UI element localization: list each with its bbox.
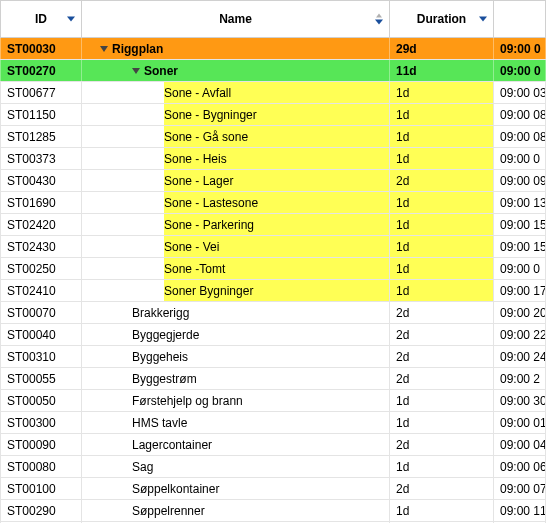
cell-extra[interactable]: 09:00 2: [494, 368, 546, 389]
cell-name[interactable]: Sone - Parkering: [82, 214, 390, 235]
cell-duration[interactable]: 1d: [390, 456, 494, 477]
cell-name[interactable]: Førstehjelp og brann: [82, 390, 390, 411]
cell-name[interactable]: Sone - Lastesone: [82, 192, 390, 213]
table-row[interactable]: ST02410Soner Bygninger1d09:00 17: [0, 280, 546, 302]
cell-extra[interactable]: 09:00 0: [494, 60, 546, 81]
cell-id[interactable]: ST00050: [0, 390, 82, 411]
cell-id[interactable]: ST00030: [0, 38, 82, 59]
cell-name[interactable]: Riggplan: [82, 38, 390, 59]
cell-duration[interactable]: 1d: [390, 214, 494, 235]
cell-extra[interactable]: 09:00 08: [494, 104, 546, 125]
cell-extra[interactable]: 09:00 01: [494, 412, 546, 433]
table-row[interactable]: ST00050Førstehjelp og brann1d09:00 30: [0, 390, 546, 412]
cell-name[interactable]: Soner Bygninger: [82, 280, 390, 301]
table-row[interactable]: ST00040Byggegjerde2d09:00 22: [0, 324, 546, 346]
table-row[interactable]: ST00290Søppelrenner1d09:00 11: [0, 500, 546, 522]
cell-extra[interactable]: 09:00 15: [494, 236, 546, 257]
table-row[interactable]: ST00300HMS tavle1d09:00 01: [0, 412, 546, 434]
cell-name[interactable]: Sone - Bygninger: [82, 104, 390, 125]
table-row[interactable]: ST00373Sone - Heis1d09:00 0: [0, 148, 546, 170]
cell-duration[interactable]: 2d: [390, 478, 494, 499]
cell-extra[interactable]: 09:00 06: [494, 456, 546, 477]
cell-name[interactable]: Sag: [82, 456, 390, 477]
table-row[interactable]: ST00070Brakkerigg2d09:00 20: [0, 302, 546, 324]
cell-name[interactable]: Søppelrenner: [82, 500, 390, 521]
table-row[interactable]: ST01285Sone - Gå sone1d09:00 08: [0, 126, 546, 148]
table-row[interactable]: ST00250Sone -Tomt1d09:00 0: [0, 258, 546, 280]
cell-duration[interactable]: 1d: [390, 192, 494, 213]
cell-id[interactable]: ST00040: [0, 324, 82, 345]
cell-extra[interactable]: 09:00 04: [494, 434, 546, 455]
cell-id[interactable]: ST00290: [0, 500, 82, 521]
cell-id[interactable]: ST01285: [0, 126, 82, 147]
cell-duration[interactable]: 2d: [390, 302, 494, 323]
cell-duration[interactable]: 1d: [390, 236, 494, 257]
cell-id[interactable]: ST00090: [0, 434, 82, 455]
cell-extra[interactable]: 09:00 07: [494, 478, 546, 499]
cell-id[interactable]: ST00055: [0, 368, 82, 389]
cell-duration[interactable]: 1d: [390, 500, 494, 521]
sort-icon[interactable]: [375, 14, 383, 25]
header-id[interactable]: ID: [0, 1, 82, 37]
table-row[interactable]: ST00430Sone - Lager2d09:00 09: [0, 170, 546, 192]
table-row[interactable]: ST00100Søppelkontainer2d09:00 07: [0, 478, 546, 500]
cell-name[interactable]: Soner: [82, 60, 390, 81]
cell-id[interactable]: ST00300: [0, 412, 82, 433]
cell-duration[interactable]: 1d: [390, 104, 494, 125]
cell-extra[interactable]: 09:00 13: [494, 192, 546, 213]
cell-id[interactable]: ST01690: [0, 192, 82, 213]
header-name[interactable]: Name: [82, 1, 390, 37]
cell-id[interactable]: ST00373: [0, 148, 82, 169]
cell-duration[interactable]: 1d: [390, 126, 494, 147]
cell-id[interactable]: ST00310: [0, 346, 82, 367]
cell-duration[interactable]: 2d: [390, 346, 494, 367]
cell-name[interactable]: Sone - Heis: [82, 148, 390, 169]
cell-duration[interactable]: 11d: [390, 60, 494, 81]
cell-duration[interactable]: 1d: [390, 148, 494, 169]
cell-extra[interactable]: 09:00 03: [494, 82, 546, 103]
cell-extra[interactable]: 09:00 15: [494, 214, 546, 235]
header-extra[interactable]: [494, 1, 546, 37]
table-row[interactable]: ST00030Riggplan29d09:00 0: [0, 38, 546, 60]
cell-name[interactable]: Sone - Avfall: [82, 82, 390, 103]
cell-id[interactable]: ST02430: [0, 236, 82, 257]
cell-id[interactable]: ST00270: [0, 60, 82, 81]
table-row[interactable]: ST01150Sone - Bygninger1d09:00 08: [0, 104, 546, 126]
header-duration[interactable]: Duration: [390, 1, 494, 37]
cell-name[interactable]: Søppelkontainer: [82, 478, 390, 499]
cell-duration[interactable]: 1d: [390, 280, 494, 301]
table-row[interactable]: ST00080Sag1d09:00 06: [0, 456, 546, 478]
cell-name[interactable]: Sone - Vei: [82, 236, 390, 257]
cell-id[interactable]: ST02410: [0, 280, 82, 301]
table-row[interactable]: ST02420Sone - Parkering1d09:00 15: [0, 214, 546, 236]
cell-name[interactable]: Byggestrøm: [82, 368, 390, 389]
table-row[interactable]: ST00270Soner11d09:00 0: [0, 60, 546, 82]
cell-extra[interactable]: 09:00 0: [494, 38, 546, 59]
cell-extra[interactable]: 09:00 20: [494, 302, 546, 323]
table-row[interactable]: ST00677Sone - Avfall1d09:00 03: [0, 82, 546, 104]
cell-duration[interactable]: 1d: [390, 412, 494, 433]
cell-id[interactable]: ST00070: [0, 302, 82, 323]
cell-id[interactable]: ST00100: [0, 478, 82, 499]
table-row[interactable]: ST00055Byggestrøm2d09:00 2: [0, 368, 546, 390]
cell-duration[interactable]: 2d: [390, 368, 494, 389]
cell-name[interactable]: Sone - Lager: [82, 170, 390, 191]
cell-duration[interactable]: 2d: [390, 170, 494, 191]
dropdown-icon[interactable]: [67, 17, 75, 22]
cell-name[interactable]: Brakkerigg: [82, 302, 390, 323]
table-row[interactable]: ST02430Sone - Vei1d09:00 15: [0, 236, 546, 258]
cell-id[interactable]: ST02420: [0, 214, 82, 235]
cell-extra[interactable]: 09:00 17: [494, 280, 546, 301]
cell-duration[interactable]: 2d: [390, 434, 494, 455]
table-row[interactable]: ST00310Byggeheis2d09:00 24: [0, 346, 546, 368]
expander-icon[interactable]: [100, 46, 108, 52]
cell-extra[interactable]: 09:00 09: [494, 170, 546, 191]
cell-name[interactable]: Lagercontainer: [82, 434, 390, 455]
cell-extra[interactable]: 09:00 08: [494, 126, 546, 147]
cell-name[interactable]: HMS tavle: [82, 412, 390, 433]
cell-extra[interactable]: 09:00 24: [494, 346, 546, 367]
table-row[interactable]: ST01690Sone - Lastesone1d09:00 13: [0, 192, 546, 214]
table-row[interactable]: ST00090Lagercontainer2d09:00 04: [0, 434, 546, 456]
cell-extra[interactable]: 09:00 0: [494, 148, 546, 169]
dropdown-icon[interactable]: [479, 17, 487, 22]
